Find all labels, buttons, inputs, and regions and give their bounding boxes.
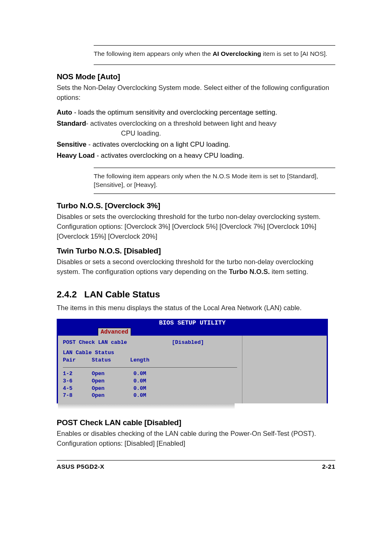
opt-standard: Standard - activates overclocking on a t…: [57, 119, 335, 138]
note-text: The following item appears only when the…: [94, 50, 335, 58]
opt-auto-desc: - loads the optimum sensitivity and over…: [72, 108, 277, 116]
opt-sensitive-desc: - activates overclocking on a light CPU …: [86, 140, 230, 148]
table-row: 7-8 Open 0.0M: [63, 392, 237, 399]
section-num: 2.4.2: [57, 289, 77, 299]
opt-standard-label: Standard: [57, 120, 86, 127]
table-row: 3-6 Open 0.0M: [63, 378, 237, 385]
heading-twin-turbo: Twin Turbo N.O.S. [Disabled]: [57, 246, 335, 256]
bios-header: BIOS SETUP UTILITY Advanced: [57, 319, 328, 336]
desc-turbo: Disables or sets the overclocking thresh…: [57, 212, 335, 242]
section-desc: The items in this menu displays the stat…: [57, 303, 335, 313]
section-title: LAN Cable Status: [84, 289, 160, 299]
bios-title: BIOS SETUP UTILITY: [57, 320, 328, 327]
bios-screenshot: BIOS SETUP UTILITY Advanced POST Check L…: [57, 319, 328, 409]
note-nos-mode: The following item appears only when the…: [94, 168, 335, 194]
bios-main-panel: POST Check LAN cable [Disabled] LAN Cabl…: [58, 336, 242, 403]
note1-pre: The following item appears only when the: [94, 50, 213, 57]
opt-auto-label: Auto: [57, 108, 72, 116]
bios-table-heading: LAN Cable Status: [63, 349, 237, 357]
twin-post: item setting.: [270, 268, 308, 275]
page-content: The following item appears only when the…: [0, 0, 392, 486]
note2-text: The following item appears only when the…: [94, 172, 335, 189]
table-row: 1-2 Open 0.0M: [63, 370, 237, 378]
note1-bold: AI Overclocking: [213, 50, 261, 57]
footer-left: ASUS P5GD2-X: [57, 463, 104, 470]
heading-post-check: POST Check LAN cable [Disabled]: [57, 418, 335, 427]
footer-right: 2-21: [322, 463, 335, 470]
bios-body: POST Check LAN cable [Disabled] LAN Cabl…: [57, 336, 328, 403]
desc-nos-mode: Sets the Non-Delay Overclocking System m…: [57, 83, 335, 103]
section-heading: 2.4.2LAN Cable Status: [57, 289, 335, 300]
opt-heavy: Heavy Load - activates overclocking on a…: [57, 151, 335, 161]
bios-shadow: [58, 403, 235, 409]
twin-bold: Turbo N.O.S.: [229, 268, 270, 275]
opt-heavy-label: Heavy Load: [57, 152, 95, 159]
opt-heavy-desc: - activates overclocking on a heavy CPU …: [95, 152, 244, 159]
opt-sensitive: Sensitive - activates overclocking on a …: [57, 140, 335, 150]
bios-divider: [63, 367, 237, 368]
heading-nos-mode: NOS Mode [Auto]: [57, 72, 335, 81]
bios-table-cols: Pair Status Length: [63, 357, 237, 364]
bios-side-panel: [242, 336, 327, 403]
bios-tab-advanced: Advanced: [98, 328, 131, 336]
table-row: 4-5 Open 0.0M: [63, 385, 237, 392]
opt-standard-desc: - activates overclocking on a threshold …: [86, 120, 277, 137]
opt-auto: Auto - loads the optimum sensitivity and…: [57, 108, 335, 117]
bios-post-check-line: POST Check LAN cable [Disabled]: [63, 339, 237, 346]
heading-turbo: Turbo N.O.S. [Overclock 3%]: [57, 201, 335, 210]
desc-post-check: Enables or disables checking of the LAN …: [57, 429, 335, 449]
note1-post: item is set to [AI NOS].: [261, 50, 327, 57]
opt-sensitive-label: Sensitive: [57, 140, 86, 148]
page-footer: ASUS P5GD2-X 2-21: [57, 460, 335, 470]
note-ai-overclocking: The following item appears only when the…: [94, 45, 335, 65]
desc-twin-turbo: Disables or sets a second overclocking t…: [57, 257, 335, 277]
